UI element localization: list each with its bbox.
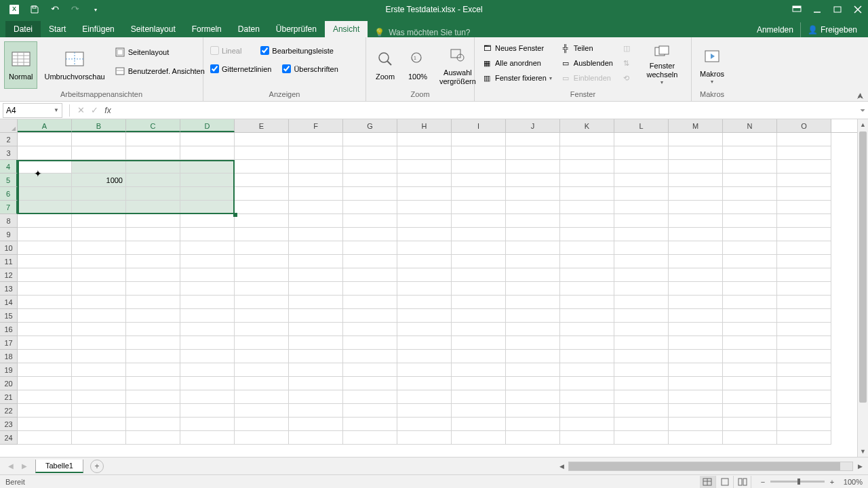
qat-customize[interactable]: ▾ bbox=[85, 0, 106, 19]
column-header-K[interactable]: K bbox=[560, 119, 614, 132]
split-button[interactable]: ╬Teilen bbox=[557, 41, 616, 55]
cell-E13[interactable] bbox=[235, 282, 289, 296]
cell-J4[interactable] bbox=[506, 160, 560, 174]
cell-G8[interactable] bbox=[343, 214, 397, 228]
cell-N7[interactable] bbox=[723, 201, 777, 214]
cell-O21[interactable] bbox=[777, 390, 831, 404]
cell-A19[interactable] bbox=[18, 363, 72, 377]
cell-B2[interactable] bbox=[72, 133, 126, 146]
column-header-A[interactable]: A bbox=[18, 119, 72, 132]
cell-E16[interactable] bbox=[235, 323, 289, 336]
cell-D21[interactable] bbox=[180, 390, 235, 404]
cell-J16[interactable] bbox=[506, 323, 560, 336]
cell-K5[interactable] bbox=[560, 174, 614, 187]
cell-K12[interactable] bbox=[560, 268, 614, 282]
cell-O12[interactable] bbox=[777, 268, 831, 282]
cell-F23[interactable] bbox=[289, 418, 343, 431]
cell-O2[interactable] bbox=[777, 133, 831, 146]
cell-O16[interactable] bbox=[777, 323, 831, 336]
zoom-out-button[interactable]: − bbox=[758, 478, 768, 486]
cell-J17[interactable] bbox=[506, 336, 560, 350]
scroll-down-button[interactable]: ▼ bbox=[858, 446, 868, 457]
cell-B10[interactable] bbox=[72, 241, 126, 255]
cell-L23[interactable] bbox=[614, 418, 669, 431]
cell-J24[interactable] bbox=[506, 431, 560, 445]
cell-B17[interactable] bbox=[72, 336, 126, 350]
cell-D17[interactable] bbox=[180, 336, 235, 350]
cell-L17[interactable] bbox=[614, 336, 669, 350]
hide-button[interactable]: ▭Ausblenden bbox=[557, 56, 616, 70]
row-header-12[interactable]: 12 bbox=[0, 268, 18, 282]
cell-K17[interactable] bbox=[560, 336, 614, 350]
cell-E10[interactable] bbox=[235, 241, 289, 255]
cell-N9[interactable] bbox=[723, 228, 777, 241]
cell-K18[interactable] bbox=[560, 350, 614, 363]
cell-I10[interactable] bbox=[452, 241, 506, 255]
cell-A5[interactable] bbox=[18, 174, 72, 187]
cell-A15[interactable] bbox=[18, 309, 72, 323]
ruler-checkbox[interactable]: Lineal bbox=[208, 44, 244, 57]
cell-C13[interactable] bbox=[126, 282, 180, 296]
row-header-15[interactable]: 15 bbox=[0, 309, 18, 323]
cell-B3[interactable] bbox=[72, 146, 126, 160]
cell-J14[interactable] bbox=[506, 296, 560, 309]
zoom-button[interactable]: Zoom bbox=[370, 41, 400, 89]
cell-H13[interactable] bbox=[397, 282, 452, 296]
cell-L7[interactable] bbox=[614, 201, 669, 214]
cell-O7[interactable] bbox=[777, 201, 831, 214]
cell-E3[interactable] bbox=[235, 146, 289, 160]
cell-D2[interactable] bbox=[180, 133, 235, 146]
cell-C8[interactable] bbox=[126, 214, 180, 228]
cell-L10[interactable] bbox=[614, 241, 669, 255]
cell-I9[interactable] bbox=[452, 228, 506, 241]
cell-B21[interactable] bbox=[72, 390, 126, 404]
cell-N16[interactable] bbox=[723, 323, 777, 336]
cell-K22[interactable] bbox=[560, 404, 614, 418]
row-header-10[interactable]: 10 bbox=[0, 241, 18, 255]
cell-E21[interactable] bbox=[235, 390, 289, 404]
vscroll-thumb[interactable] bbox=[859, 131, 867, 403]
cell-I22[interactable] bbox=[452, 404, 506, 418]
cell-I18[interactable] bbox=[452, 350, 506, 363]
cell-J23[interactable] bbox=[506, 418, 560, 431]
cell-L21[interactable] bbox=[614, 390, 669, 404]
cell-A2[interactable] bbox=[18, 133, 72, 146]
cell-N10[interactable] bbox=[723, 241, 777, 255]
cell-E5[interactable] bbox=[235, 174, 289, 187]
cell-K6[interactable] bbox=[560, 187, 614, 201]
cell-N6[interactable] bbox=[723, 187, 777, 201]
reset-pos-button[interactable]: ⟲ bbox=[618, 71, 635, 85]
zoom-100-button[interactable]: 1 100% bbox=[403, 41, 433, 89]
row-header-4[interactable]: 4 bbox=[0, 160, 18, 174]
cell-J22[interactable] bbox=[506, 404, 560, 418]
column-header-C[interactable]: C bbox=[126, 119, 180, 132]
cell-I21[interactable] bbox=[452, 390, 506, 404]
cell-D16[interactable] bbox=[180, 323, 235, 336]
row-header-9[interactable]: 9 bbox=[0, 228, 18, 241]
cell-K9[interactable] bbox=[560, 228, 614, 241]
name-box-dropdown-icon[interactable]: ▼ bbox=[54, 107, 59, 113]
cell-N21[interactable] bbox=[723, 390, 777, 404]
cell-J13[interactable] bbox=[506, 282, 560, 296]
zoom-selection-button[interactable]: Auswahl vergrößern bbox=[435, 41, 480, 89]
cell-K2[interactable] bbox=[560, 133, 614, 146]
tab-einfuegen[interactable]: Einfügen bbox=[74, 21, 122, 37]
cell-L9[interactable] bbox=[614, 228, 669, 241]
cell-A16[interactable] bbox=[18, 323, 72, 336]
hscroll-right-button[interactable]: ▶ bbox=[854, 461, 865, 472]
cell-G23[interactable] bbox=[343, 418, 397, 431]
cell-O11[interactable] bbox=[777, 255, 831, 268]
cell-N24[interactable] bbox=[723, 431, 777, 445]
cell-E19[interactable] bbox=[235, 363, 289, 377]
cell-C6[interactable] bbox=[126, 187, 180, 201]
ribbon-options-icon[interactable] bbox=[787, 0, 807, 19]
cell-J19[interactable] bbox=[506, 363, 560, 377]
cell-J9[interactable] bbox=[506, 228, 560, 241]
cell-G18[interactable] bbox=[343, 350, 397, 363]
cell-M9[interactable] bbox=[669, 228, 723, 241]
cell-E18[interactable] bbox=[235, 350, 289, 363]
normal-view-status-button[interactable] bbox=[700, 476, 716, 488]
cell-K8[interactable] bbox=[560, 214, 614, 228]
zoom-slider[interactable] bbox=[770, 481, 825, 483]
cell-J21[interactable] bbox=[506, 390, 560, 404]
